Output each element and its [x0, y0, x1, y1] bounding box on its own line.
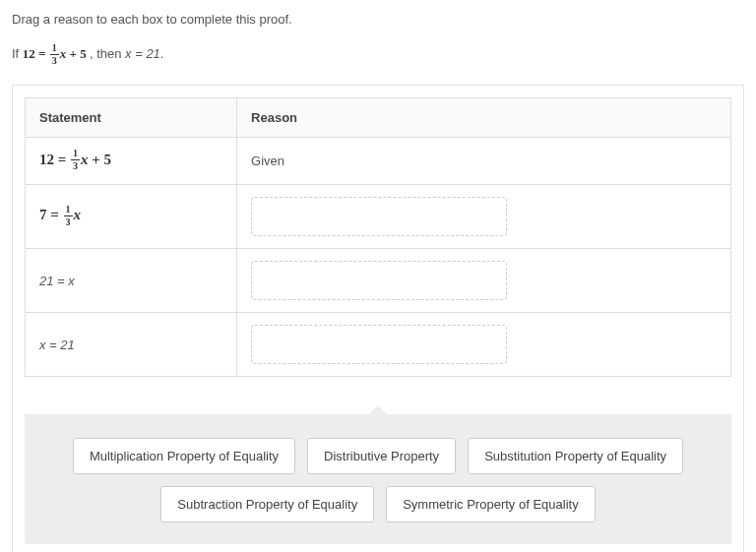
reason-chip[interactable]: Symmetric Property of Equality: [386, 486, 595, 522]
statement-math: 7 = 13x: [39, 207, 81, 222]
stmt-var: x: [74, 207, 82, 222]
statement-cell: 21 = x: [26, 249, 237, 313]
statement-cell: 7 = 13x: [26, 185, 237, 249]
stmt-fraction: 13: [64, 205, 73, 227]
stmt-lhs: 12: [39, 152, 54, 167]
table-row: x = 21: [26, 313, 731, 377]
premise-eqsep: =: [35, 46, 49, 61]
proof-table: Statement Reason 12 = 13x + 5 Given 7 = …: [25, 97, 731, 377]
premise-line: If 12 = 13x + 5 , then x = 21.: [12, 44, 744, 67]
reason-cell: [237, 313, 731, 377]
reason-tray: Multiplication Property of Equality Dist…: [25, 414, 731, 544]
chips-row: Multiplication Property of Equality Dist…: [40, 438, 716, 474]
table-row: 7 = 13x: [26, 185, 731, 249]
premise-lhs: 12: [23, 46, 35, 61]
reason-chip[interactable]: Subtraction Property of Equality: [160, 486, 374, 522]
premise-equation: 12 = 13x + 5: [23, 46, 90, 61]
statement-plain: x = 21: [39, 337, 75, 352]
reason-cell: [237, 185, 731, 249]
statement-plain: 21 = x: [39, 274, 75, 288]
reason-chip[interactable]: Distributive Property: [307, 438, 456, 474]
premise-prefix: If: [12, 46, 23, 61]
proof-panel: Statement Reason 12 = 13x + 5 Given 7 = …: [12, 85, 744, 552]
header-statement: Statement: [26, 98, 237, 138]
reason-dropzone[interactable]: [251, 197, 507, 236]
stmt-fraction: 13: [71, 149, 80, 171]
stmt-frac-den: 3: [64, 216, 73, 227]
premise-conclusion: x = 21: [125, 46, 160, 61]
reason-cell: Given: [237, 138, 731, 185]
premise-suffix: .: [160, 46, 164, 61]
reason-chip[interactable]: Substitution Property of Equality: [468, 438, 683, 474]
table-row: 12 = 13x + 5 Given: [26, 138, 731, 185]
table-row: 21 = x: [26, 249, 731, 313]
reason-dropzone[interactable]: [251, 325, 507, 364]
stmt-frac-num: 1: [64, 205, 73, 216]
reason-dropzone[interactable]: [251, 261, 507, 300]
reason-cell: [237, 249, 731, 313]
instruction-text: Drag a reason to each box to complete th…: [12, 12, 744, 27]
statement-cell: x = 21: [26, 313, 237, 377]
chips-row: Subtraction Property of Equality Symmetr…: [40, 486, 716, 522]
stmt-frac-den: 3: [71, 160, 80, 171]
premise-tail: + 5: [66, 46, 86, 61]
premise-frac-num: 1: [50, 43, 59, 55]
premise-fraction: 13: [50, 43, 59, 66]
stmt-sep: =: [47, 207, 63, 222]
stmt-tail: + 5: [89, 152, 112, 167]
statement-math: 12 = 13x + 5: [39, 152, 111, 167]
header-reason: Reason: [237, 98, 731, 138]
premise-middle: , then: [90, 46, 125, 61]
stmt-frac-num: 1: [71, 149, 80, 160]
stmt-sep: =: [54, 152, 70, 167]
statement-cell: 12 = 13x + 5: [26, 138, 237, 185]
stmt-var: x: [81, 152, 89, 167]
reason-text: Given: [251, 153, 284, 168]
premise-frac-den: 3: [50, 55, 59, 66]
stmt-lhs: 7: [39, 207, 47, 222]
reason-chip[interactable]: Multiplication Property of Equality: [73, 438, 295, 474]
